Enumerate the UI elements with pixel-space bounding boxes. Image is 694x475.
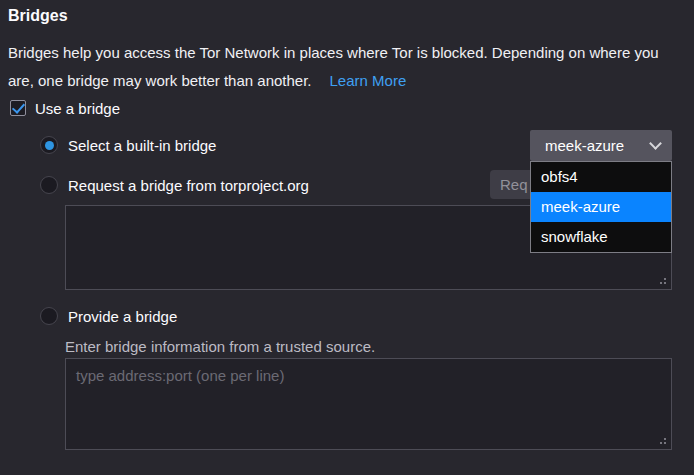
dropdown-option-snowflake[interactable]: snowflake: [531, 222, 671, 252]
builtin-bridge-label: Select a built-in bridge: [68, 137, 216, 154]
chevron-down-icon: [649, 137, 662, 150]
provide-bridge-radio[interactable]: [40, 307, 58, 325]
bridges-settings-panel: Bridges Bridges help you access the Tor …: [0, 0, 694, 475]
request-bridge-label: Request a bridge from torproject.org: [68, 177, 309, 194]
learn-more-link[interactable]: Learn More: [330, 72, 407, 89]
bridge-dropdown-popup: obfs4 meek-azure snowflake: [530, 161, 672, 253]
builtin-bridge-row: Select a built-in bridge: [40, 135, 216, 155]
dropdown-option-obfs4[interactable]: obfs4: [531, 162, 671, 192]
bridge-address-textarea[interactable]: [65, 358, 672, 450]
description-line-2: are, one bridge may work better than ano…: [8, 72, 406, 89]
page-title: Bridges: [8, 7, 68, 25]
builtin-bridge-select[interactable]: meek-azure: [530, 130, 672, 161]
provide-bridge-row: Provide a bridge: [40, 306, 177, 326]
provide-bridge-label: Provide a bridge: [68, 308, 177, 325]
request-bridge-row: Request a bridge from torproject.org: [40, 175, 309, 195]
use-bridge-row: Use a bridge: [10, 98, 120, 118]
use-bridge-label: Use a bridge: [35, 100, 120, 117]
description-line-2-text: are, one bridge may work better than ano…: [8, 72, 312, 89]
use-bridge-checkbox[interactable]: [10, 100, 26, 116]
check-icon: [11, 100, 24, 114]
dropdown-option-meek-azure[interactable]: meek-azure: [531, 192, 671, 222]
builtin-bridge-radio[interactable]: [40, 136, 58, 154]
select-current-value: meek-azure: [545, 137, 651, 154]
description-line-1: Bridges help you access the Tor Network …: [8, 44, 659, 61]
provide-bridge-helper-text: Enter bridge information from a trusted …: [65, 338, 375, 355]
request-bridge-radio[interactable]: [40, 176, 58, 194]
